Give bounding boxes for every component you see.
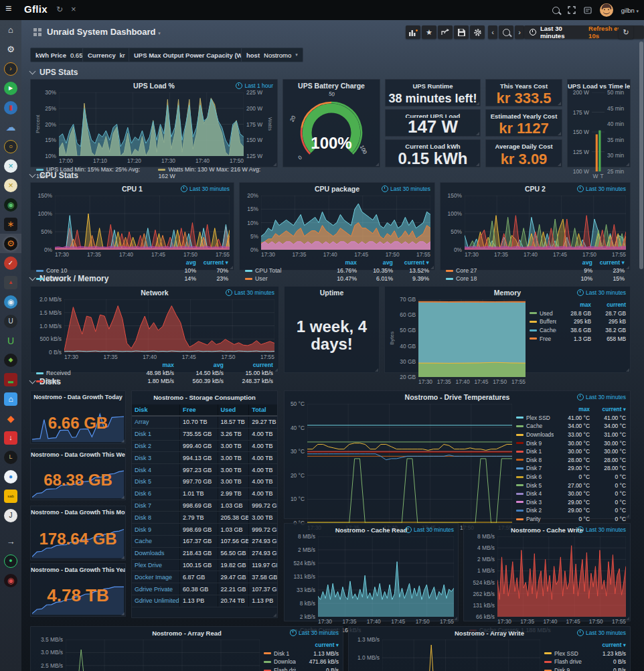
legend-series-plex-ssd[interactable]: Plex SSD41.00 °C41.00 °C [516, 414, 626, 423]
fullscreen-icon[interactable] [568, 6, 576, 14]
legend-series-disk-8[interactable]: Disk 828.00 °C28.00 °C [516, 456, 626, 465]
monitor-app-icon[interactable]: ▲ [0, 273, 21, 292]
legend-series-user[interactable]: User10.47%6.01%9.39% [245, 275, 429, 283]
gear-orange-app-icon[interactable]: ⚙ [0, 234, 21, 253]
hat-app-icon[interactable]: ◆ [0, 350, 21, 370]
search-app-icon[interactable]: ○ [0, 137, 21, 156]
blue-eye-app-icon[interactable]: ◉ [0, 292, 21, 311]
panel-title[interactable]: Average Daily Cost [486, 141, 562, 151]
legend-series-disk-5[interactable]: Disk 527.00 °C0 °C [516, 481, 626, 490]
legend-series-disk-4[interactable]: Disk 430.00 °C0 °C [516, 490, 626, 498]
jackett-icon[interactable]: J [0, 506, 21, 525]
legend-series-cache[interactable]: Cache34.00 °C34.00 °C [516, 422, 626, 431]
red-wheel-icon[interactable]: ◉ [0, 571, 21, 590]
home-icon[interactable]: ⌂ [0, 20, 21, 40]
add-panel-button[interactable] [406, 25, 420, 39]
legend-series-downloads[interactable]: Downloads471.86 kB/s [264, 658, 339, 666]
panel-title[interactable]: Nostromo - Storage Consumption [132, 392, 277, 402]
legend-series-flash-drive[interactable]: Flash drive0 B/s [264, 666, 339, 671]
legend-series-disk-1[interactable]: Disk 11.13 MB/s [264, 650, 339, 658]
legend-series-used[interactable]: Used28.8 GB28.7 GB [530, 309, 626, 318]
share-button[interactable] [438, 25, 453, 39]
legend-series-disk-7[interactable]: Disk 729.00 °C28.00 °C [516, 464, 626, 473]
time-forward-button[interactable]: › [515, 25, 524, 39]
legend-series-core-27[interactable]: Core 279%23% [446, 267, 625, 275]
github-icon[interactable]: ● [0, 551, 21, 571]
legend-series-flash-drive[interactable]: Flash drive0 B/s [544, 658, 626, 666]
panel-title[interactable]: Nostromo - Data Growth Today [31, 392, 125, 402]
x-gold-app-icon[interactable]: × [0, 175, 21, 195]
media-reel-icon[interactable]: ▮ [0, 98, 21, 117]
cloud-app-icon[interactable]: ☁ [0, 117, 21, 137]
column-header[interactable]: Free [180, 404, 218, 416]
zoom-out-button[interactable] [499, 25, 513, 39]
settings-gear-icon[interactable]: ⚙ [0, 40, 21, 59]
section-ups-stats[interactable]: UPS Stats [30, 68, 78, 77]
hamburger-menu-icon[interactable]: ≡ [5, 3, 11, 15]
star-button[interactable]: ★ [422, 25, 436, 39]
panel-title[interactable]: Estimated Yearly Cost [486, 111, 562, 121]
tautulli-icon[interactable]: › [0, 59, 21, 78]
tab-close-icon[interactable]: × [71, 4, 76, 14]
share-nodes-app-icon[interactable]: ∗ [0, 214, 21, 234]
column-header[interactable]: Used [218, 404, 249, 416]
legend-series-cpu-total[interactable]: CPU Total16.76%10.35%13.52% [245, 267, 429, 275]
legend-series-disk-6[interactable]: Disk 60 °C0 °C [516, 473, 626, 481]
traffic-app-icon[interactable]: ▂ [0, 370, 21, 389]
legend-series-disk-9[interactable]: Disk 90 B/s [544, 666, 626, 671]
extension-icon[interactable] [584, 6, 592, 14]
save-button[interactable] [454, 25, 469, 39]
gitlab-icon[interactable]: ◆ [0, 408, 21, 428]
variable-host[interactable]: hostNostromo▾ [241, 48, 303, 62]
legend-series-disk-3[interactable]: Disk 329.00 °C0 °C [516, 498, 626, 507]
lazylibrarian-icon[interactable]: L [0, 447, 21, 467]
legend-series[interactable]: Watts Min: 130 W Max: 216 W Avg: 162 W [158, 166, 272, 179]
sabnzbd-icon[interactable]: sab [0, 486, 21, 506]
column-header[interactable]: Total [249, 404, 277, 416]
panel-title[interactable]: Current Load kWh [386, 141, 480, 150]
username-menu[interactable]: gilbn ▾ [621, 7, 639, 14]
dashboard-title[interactable]: Unraid System Dashboard ▾ [47, 27, 161, 37]
column-header[interactable]: Disk [132, 404, 180, 416]
legend-series-disk-1[interactable]: Disk 130.00 °C30.00 °C [516, 447, 626, 456]
legend-series-cached[interactable]: Cached38.6 GB38.2 GB [530, 326, 626, 335]
legend-series-core-10[interactable]: Core 1010%70% [36, 267, 228, 275]
avatar[interactable] [600, 3, 613, 17]
unraid-icon[interactable]: U [0, 331, 21, 350]
refresh-button[interactable]: ↻ [619, 25, 633, 39]
droplet-app-icon[interactable]: ● [0, 467, 21, 486]
tab-refresh-icon[interactable]: ↻ [56, 5, 63, 14]
shield-app-icon[interactable]: ✓ [0, 253, 21, 273]
dashboard-grid-icon[interactable] [33, 28, 42, 36]
legend-series-free[interactable]: Free1.3 GB658 MB [530, 334, 626, 343]
panel-title[interactable]: UPS Runtime [386, 81, 480, 91]
legend-series-core-2[interactable]: Core 214%23% [36, 275, 228, 283]
panel-title[interactable]: Uptime [285, 288, 379, 298]
legend-series-plex-ssd[interactable]: Plex SSD1.23 kB/s [544, 650, 626, 658]
legend-series-disk-2[interactable]: Disk 229.00 °C0 °C [516, 506, 626, 515]
legend-series-parity[interactable]: Parity0 °C0 °C [516, 515, 626, 524]
search-icon[interactable] [552, 7, 560, 14]
panel-title[interactable]: Nostromo - Data Growth This Week [31, 450, 125, 460]
legend-series-sent[interactable]: Sent1.80 MB/s560.39 kB/s248.37 kB/s [36, 377, 273, 385]
settings-button[interactable] [470, 25, 485, 39]
panel-title[interactable]: Nostromo - Data Growth This Year [31, 565, 125, 575]
plex-media-icon[interactable]: ▶ [0, 78, 21, 98]
legend-series-core-18[interactable]: Core 1810%15% [446, 275, 625, 283]
downloader-icon[interactable]: ↓ [0, 428, 21, 447]
scrollbar-thumb[interactable] [639, 42, 643, 269]
panel-title[interactable]: Nostromo - Data Growth This Month [31, 508, 125, 518]
legend-series[interactable]: UPS Load Min: 15% Max: 25% Avg: 19% [36, 166, 146, 179]
ubiquiti-icon[interactable]: U [0, 311, 21, 331]
swirl-app-icon[interactable]: ◉ [0, 195, 21, 214]
panel-title[interactable]: This Years Cost [486, 81, 562, 90]
legend-series-disk-9[interactable]: Disk 930.00 °C30.00 °C [516, 439, 626, 447]
logout-icon[interactable]: → [0, 532, 21, 551]
legend-series-received[interactable]: Received48.98 kB/s14.50 kB/s15.00 kB/s [36, 369, 273, 377]
home-assistant-icon[interactable]: ⌂ [0, 389, 21, 408]
x-teal-app-icon[interactable]: × [0, 156, 21, 175]
panel-title[interactable]: UPS Battery Charge [283, 81, 380, 91]
legend-series-downloads[interactable]: Downloads33.00 °C31.00 °C [516, 431, 626, 439]
legend-series-buffered[interactable]: Buffered295 kB295 kB [530, 317, 626, 326]
time-back-button[interactable]: ‹ [488, 25, 497, 39]
